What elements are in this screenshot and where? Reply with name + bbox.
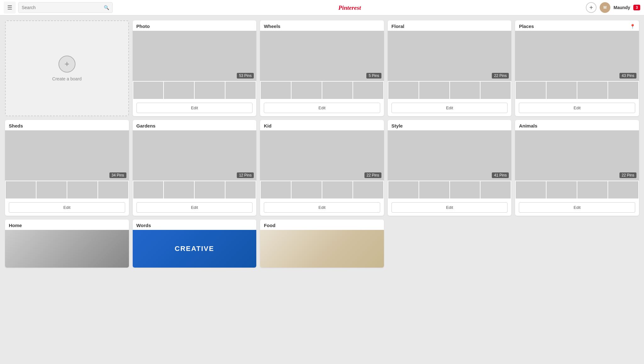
pin-count-style: 41 Pins bbox=[492, 172, 509, 178]
board-card-style: Style 41 Pins Edit bbox=[388, 120, 512, 216]
board-thumb-style-3 bbox=[450, 181, 480, 198]
board-main-image-wheels bbox=[260, 31, 384, 81]
board-title-kid: Kid bbox=[260, 120, 384, 130]
board-card-food: Food bbox=[260, 220, 384, 268]
pin-count-sheds: 34 Pins bbox=[109, 172, 126, 178]
board-main-image-wrapper-sheds: 34 Pins bbox=[5, 130, 129, 181]
create-board-label: Create a board bbox=[52, 76, 81, 81]
search-input[interactable] bbox=[22, 5, 104, 10]
board-thumb-gardens-1 bbox=[133, 181, 164, 198]
board-thumb-animals-3 bbox=[577, 181, 608, 198]
board-thumb-photo-1 bbox=[133, 82, 164, 99]
board-main-image-wrapper-kid: 22 Pins bbox=[260, 130, 384, 181]
location-icon-places: 📍 bbox=[630, 24, 635, 29]
board-card-sheds: Sheds 34 Pins Edit bbox=[5, 120, 129, 216]
board-thumb-kid-3 bbox=[322, 181, 353, 198]
board-thumbs-animals bbox=[515, 181, 639, 199]
board-thumb-style-4 bbox=[480, 181, 511, 198]
board-title-food: Food bbox=[260, 220, 384, 230]
pin-count-animals: 22 Pins bbox=[619, 172, 636, 178]
board-card-floral: Floral 22 Pins Edit bbox=[388, 20, 512, 116]
board-thumb-wheels-3 bbox=[322, 82, 353, 99]
words-creative-text: CREATIVE bbox=[175, 245, 214, 253]
board-thumb-places-4 bbox=[608, 82, 638, 99]
board-thumb-places-3 bbox=[577, 82, 608, 99]
edit-button-wheels[interactable]: Edit bbox=[264, 103, 380, 113]
board-thumb-style-2 bbox=[419, 181, 449, 198]
board-title-floral: Floral bbox=[388, 20, 512, 31]
board-thumb-floral-1 bbox=[388, 82, 419, 99]
board-main-image-wrapper-photo: 53 Pins bbox=[133, 31, 257, 81]
avatar: M bbox=[600, 2, 610, 13]
boards-grid: + Create a board Photo 53 Pins Edit Whee… bbox=[0, 15, 644, 273]
board-main-image-wrapper-style: 41 Pins bbox=[388, 130, 512, 181]
board-thumb-gardens-3 bbox=[195, 181, 225, 198]
edit-button-photo[interactable]: Edit bbox=[136, 103, 253, 113]
board-thumb-animals-2 bbox=[547, 181, 577, 198]
board-title-gardens: Gardens bbox=[133, 120, 257, 130]
board-card-places: Places 📍 43 Pins Edit bbox=[515, 20, 639, 116]
board-thumb-gardens-4 bbox=[225, 181, 256, 198]
board-title-words: Words bbox=[133, 220, 257, 230]
board-card-animals: Animals 22 Pins Edit bbox=[515, 120, 639, 216]
svg-text:Pinterest: Pinterest bbox=[338, 4, 361, 11]
pin-count-floral: 22 Pins bbox=[492, 73, 509, 79]
board-main-image-wrapper-places: 43 Pins bbox=[515, 31, 639, 81]
pin-count-wheels: 5 Pins bbox=[366, 73, 381, 79]
username-label: Maundy bbox=[613, 5, 630, 10]
board-thumb-sheds-3 bbox=[67, 181, 97, 198]
board-thumbs-kid bbox=[260, 181, 384, 199]
board-thumb-gardens-2 bbox=[164, 181, 194, 198]
create-board-card[interactable]: + Create a board bbox=[5, 20, 129, 116]
board-thumbs-photo bbox=[133, 81, 257, 100]
right-actions: + M Maundy 3 bbox=[586, 2, 640, 13]
board-main-image-home bbox=[5, 230, 129, 268]
board-thumbs-places bbox=[515, 81, 639, 100]
board-thumb-kid-4 bbox=[353, 181, 383, 198]
board-title-animals: Animals bbox=[515, 120, 639, 130]
board-card-wheels: Wheels 5 Pins Edit bbox=[260, 20, 384, 116]
board-thumb-floral-2 bbox=[419, 82, 449, 99]
edit-button-sheds[interactable]: Edit bbox=[9, 202, 125, 213]
board-title-photo: Photo bbox=[133, 20, 257, 31]
board-thumb-floral-3 bbox=[450, 82, 480, 99]
board-main-image-wrapper-animals: 22 Pins bbox=[515, 130, 639, 181]
board-card-kid: Kid 22 Pins Edit bbox=[260, 120, 384, 216]
board-thumb-animals-4 bbox=[608, 181, 638, 198]
edit-button-floral[interactable]: Edit bbox=[391, 103, 508, 113]
add-button[interactable]: + bbox=[586, 2, 597, 13]
pin-count-places: 43 Pins bbox=[619, 73, 636, 79]
board-thumbs-floral bbox=[388, 81, 512, 100]
board-thumb-floral-4 bbox=[480, 82, 511, 99]
board-main-image-wrapper-floral: 22 Pins bbox=[388, 31, 512, 81]
edit-button-places[interactable]: Edit bbox=[519, 103, 635, 113]
board-thumb-wheels-4 bbox=[353, 82, 383, 99]
board-thumb-sheds-4 bbox=[98, 181, 128, 198]
board-thumb-photo-3 bbox=[195, 82, 225, 99]
board-thumb-places-2 bbox=[547, 82, 577, 99]
pinterest-logo: Pinterest bbox=[336, 3, 363, 12]
board-thumb-sheds-1 bbox=[6, 181, 36, 198]
logo: Pinterest bbox=[113, 3, 586, 12]
board-thumb-kid-2 bbox=[291, 181, 322, 198]
board-card-photo: Photo 53 Pins Edit bbox=[133, 20, 257, 116]
edit-button-kid[interactable]: Edit bbox=[264, 202, 380, 213]
board-thumb-photo-4 bbox=[225, 82, 256, 99]
edit-button-gardens[interactable]: Edit bbox=[136, 202, 253, 213]
board-thumb-sheds-2 bbox=[36, 181, 67, 198]
edit-button-animals[interactable]: Edit bbox=[519, 202, 635, 213]
board-thumb-wheels-1 bbox=[261, 82, 291, 99]
board-title-home: Home bbox=[5, 220, 129, 230]
board-main-image-wrapper-gardens: 12 Pins bbox=[133, 130, 257, 181]
pin-count-gardens: 12 Pins bbox=[237, 172, 254, 178]
menu-button[interactable]: ☰ bbox=[4, 2, 16, 14]
plus-icon: + bbox=[589, 4, 593, 11]
board-main-image-wrapper-wheels: 5 Pins bbox=[260, 31, 384, 81]
create-board-plus-icon: + bbox=[64, 59, 69, 69]
notification-badge[interactable]: 3 bbox=[633, 5, 640, 10]
edit-button-style[interactable]: Edit bbox=[391, 202, 508, 213]
board-thumbs-gardens bbox=[133, 181, 257, 199]
board-card-words: Words CREATIVE bbox=[133, 220, 257, 268]
pin-count-kid: 22 Pins bbox=[364, 172, 381, 178]
search-wrapper: 🔍 bbox=[18, 2, 113, 13]
